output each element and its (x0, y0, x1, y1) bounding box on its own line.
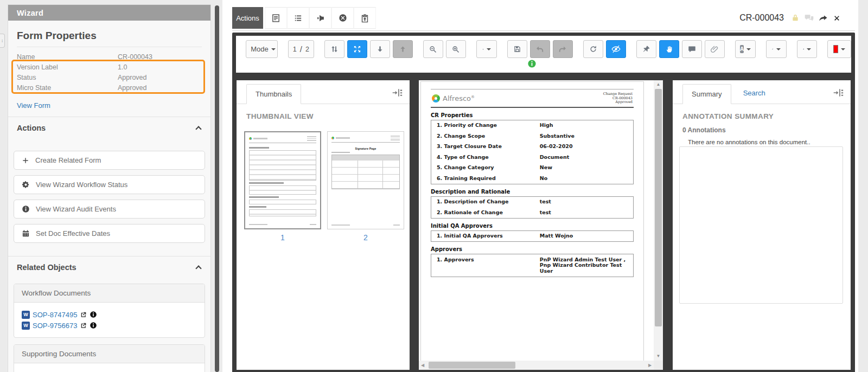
megaphone-icon (316, 14, 325, 23)
view-workflow-status-button[interactable]: View Wizard Workflow Status (14, 175, 205, 194)
comment-tool-button[interactable] (682, 40, 702, 58)
property-value: 1.0 (118, 63, 127, 71)
word-doc-icon: W (22, 322, 30, 330)
scroll-up-arrow[interactable]: ▲ (654, 80, 663, 88)
set-doc-effective-dates-button[interactable]: Set Doc Effective Dates (14, 224, 205, 243)
form-view-tab[interactable] (265, 7, 287, 29)
annotation-count: 0 Annotations (682, 126, 841, 134)
zoom-out-button[interactable] (423, 40, 443, 58)
paperclip-icon (710, 45, 719, 54)
document-page: Alfresco® Change Request CR-000043 Appro… (420, 81, 644, 362)
doc-section-heading: Approvers (431, 246, 634, 252)
info-circle-icon[interactable] (90, 322, 97, 329)
cancel-tab[interactable] (331, 7, 354, 29)
mini-logo-icon (249, 137, 252, 140)
vertical-scrollbar[interactable]: ▲ ▼ (654, 80, 663, 361)
property-value: Approved (118, 84, 147, 92)
stamp-tool-button[interactable] (797, 40, 818, 58)
draw-tool-button[interactable] (766, 40, 787, 58)
doc-section-heading: CR Properties (431, 112, 634, 118)
doc-link-row: W SOP-9756673 (22, 320, 197, 331)
caret-down-icon (807, 48, 811, 50)
thumbnail-page-1[interactable]: 1 (244, 131, 321, 242)
scrollbar-thumb[interactable] (655, 89, 662, 326)
thumbnail-image: Signature Page (327, 131, 404, 229)
open-external-icon[interactable] (80, 311, 87, 318)
workflow-documents-card: Workflow Documents W SOP-8747495 W SOP-9… (14, 284, 205, 338)
property-row: StatusApproved (17, 72, 202, 82)
share-icon[interactable] (819, 14, 828, 23)
open-external-icon[interactable] (80, 322, 87, 329)
annotation-color-button[interactable] (827, 40, 851, 58)
actions-section-header[interactable]: Actions (8, 117, 210, 138)
doc-link[interactable]: SOP-8747495 (33, 311, 77, 319)
mode-button[interactable]: Mode (246, 40, 278, 58)
attachment-tool-button[interactable] (705, 40, 725, 58)
fit-page-button[interactable] (347, 40, 367, 58)
next-page-button[interactable] (370, 40, 390, 58)
create-related-form-button[interactable]: Create Related Form (14, 151, 205, 170)
pin-annotation-button[interactable] (636, 40, 656, 58)
zoom-in-button[interactable] (446, 40, 466, 58)
arrow-down-icon (376, 45, 384, 53)
list-view-tab[interactable] (287, 7, 309, 29)
hand-icon (665, 45, 673, 53)
text-annotation-button[interactable]: A (735, 40, 756, 58)
previous-page-button[interactable] (393, 40, 413, 58)
thumbnail-page-2[interactable]: Signature Page 2 (327, 131, 404, 242)
related-objects-section-header[interactable]: Related Objects (8, 256, 210, 277)
summary-panel: Summary Search ANNOTATION SUMMARY 0 Anno… (673, 80, 851, 370)
info-circle-icon[interactable] (90, 311, 97, 318)
tab-thumbnails[interactable]: Thumbnails (246, 84, 301, 104)
refresh-button[interactable] (583, 40, 603, 58)
caret-down-icon (487, 48, 491, 50)
panel-collapse-icon[interactable] (392, 87, 403, 98)
horizontal-scrollbar[interactable]: ◀ ▶ (419, 361, 654, 370)
arrow-up-icon (399, 45, 407, 53)
form-icon (271, 14, 280, 23)
plus-icon (22, 157, 29, 164)
topbar-divider (232, 30, 855, 31)
undo-button[interactable] (530, 40, 550, 58)
actions-menu-button[interactable]: Actions (232, 7, 263, 29)
view-form-link[interactable]: View Form (17, 101, 50, 110)
panel-collapse-icon[interactable] (833, 87, 844, 98)
close-icon[interactable] (833, 14, 841, 22)
tab-search[interactable]: Search (735, 84, 774, 104)
top-toolbar: Actions CR-000043 (232, 5, 855, 30)
thumbnail-view-heading: THUMBNAIL VIEW (246, 112, 400, 120)
redo-button[interactable] (553, 40, 573, 58)
clipboard-tab[interactable] (354, 7, 376, 29)
save-button[interactable] (507, 40, 527, 58)
chat-bubbles-icon[interactable] (805, 14, 814, 23)
undo-icon (535, 45, 544, 54)
doc-link[interactable]: SOP-9756673 (33, 322, 77, 330)
pan-tool-button[interactable] (659, 40, 679, 58)
tab-summary[interactable]: Summary (682, 84, 731, 104)
expand-arrows-icon (353, 45, 361, 53)
sidebar-collapse-handle[interactable]: ⁞ (0, 34, 5, 48)
scrollbar-thumb[interactable] (429, 362, 515, 369)
hide-annotations-button[interactable] (606, 40, 626, 58)
announce-tab[interactable] (309, 7, 331, 29)
sidebar-scrollbar[interactable] (215, 5, 219, 372)
scroll-mode-button[interactable] (324, 40, 344, 58)
doc-section-heading: Initial QA Approvers (431, 223, 634, 229)
scroll-right-arrow[interactable]: ▶ (646, 363, 654, 368)
doc-table: 1. ApproversPnP Wizard Admin Test User ,… (431, 254, 634, 277)
download-button[interactable] (476, 40, 497, 58)
app-window: Wizard Form Properties NameCR-000043 Ver… (0, 0, 868, 372)
form-properties-rows: NameCR-000043 Version Label1.0 StatusApp… (17, 52, 202, 93)
actions-list: Create Related Form View Wizard Workflow… (8, 138, 210, 243)
empty-state-text: None Available (22, 370, 197, 372)
property-label: Name (17, 53, 118, 61)
info-circle-icon[interactable] (527, 59, 537, 68)
page-indicator[interactable]: 1/2 (288, 40, 314, 58)
view-audit-events-button[interactable]: View Wizard Audit Events (14, 200, 205, 219)
annotation-empty-text: There are no annotations on this documen… (688, 139, 841, 145)
pencil-icon (772, 45, 774, 53)
doc-link-row: W SOP-8747495 (22, 309, 197, 320)
scroll-down-arrow[interactable]: ▼ (654, 352, 663, 360)
gear-icon (22, 181, 30, 189)
scroll-left-arrow[interactable]: ◀ (419, 363, 426, 368)
